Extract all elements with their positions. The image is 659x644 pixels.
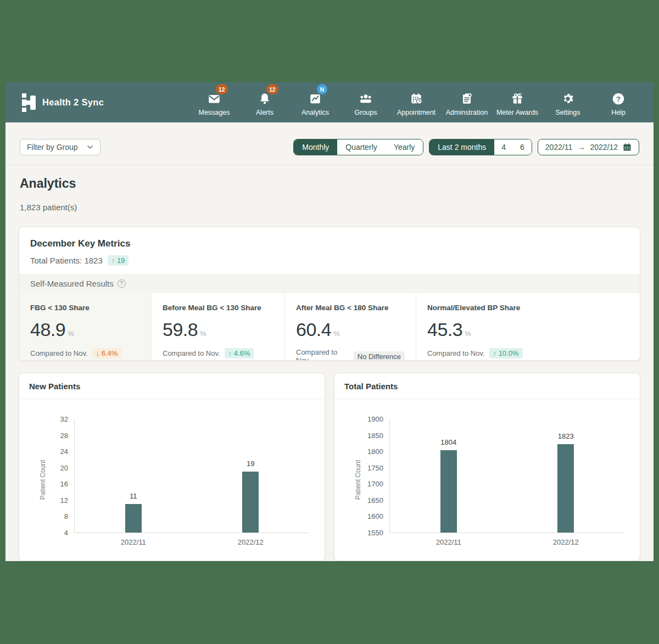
nav-item-groups[interactable]: Groups — [340, 88, 391, 116]
chart-title: New Patients — [29, 382, 80, 391]
chart-body: Patient Count 15501600165017001750180018… — [334, 399, 640, 561]
app-window: Health 2 Sync 12 Messages — [5, 82, 654, 561]
nav-item-label: Appointment — [397, 109, 435, 116]
plot-area: Patient Count 15501600165017001750180018… — [389, 419, 624, 533]
envelope-icon: 12 — [207, 88, 221, 106]
y-axis-title: Patient Count — [354, 460, 362, 500]
top-navbar: Health 2 Sync 12 Messages — [5, 82, 654, 122]
nav-item-settings[interactable]: Settings — [543, 88, 593, 116]
nav-item-label: Settings — [555, 109, 580, 116]
filter-bar: Filter by Group Monthly Quarterly Yearly… — [5, 122, 654, 165]
analytics-chart-icon: N — [308, 88, 322, 106]
page-background: Health 2 Sync 12 Messages — [0, 0, 659, 644]
nav-item-label: Messages — [199, 109, 230, 116]
nav-item-appointment[interactable]: Appointment — [391, 88, 442, 116]
total-patients-delta-badge: ↑ 19 — [108, 255, 129, 266]
metric-compare: Compared to Nov. ↑ 10.0% — [427, 348, 629, 359]
bar-value-label: 19 — [247, 460, 254, 468]
metric-cell-after-meal-bg[interactable]: After Meal BG < 180 Share 60.4% Compared… — [285, 293, 416, 361]
page-head: Analytics 1,823 patient(s) — [5, 165, 654, 227]
period-tabs: Monthly Quarterly Yearly — [293, 139, 423, 155]
metric-value: 59.8% — [163, 319, 273, 340]
y-tick-label: 1600 — [367, 512, 383, 520]
y-axis-title: Patient Count — [39, 460, 47, 500]
metric-value: 45.3% — [427, 319, 629, 340]
chart-header: New Patients — [19, 373, 325, 399]
y-tick-label: 1750 — [367, 463, 383, 472]
health2sync-logo-icon — [21, 93, 36, 113]
self-measured-results-strip: Self-Measured Results ? — [19, 274, 640, 293]
nav-items: 12 Messages 12 Alerts — [189, 88, 644, 116]
nav-item-alerts[interactable]: 12 Alerts — [239, 88, 290, 116]
y-tick-label: 1700 — [367, 480, 383, 488]
date-range-picker[interactable]: 2022/11 → 2022/12 — [538, 139, 639, 155]
people-icon — [359, 88, 373, 106]
y-tick-label: 1650 — [367, 496, 383, 504]
y-tick-label: 4 — [64, 529, 68, 537]
metric-delta-badge: ↑ 10.0% — [489, 348, 523, 359]
nav-item-messages[interactable]: 12 Messages — [189, 88, 239, 116]
metric-delta-badge: ↓ 6.4% — [92, 348, 122, 359]
brand-name: Health 2 Sync — [42, 97, 104, 108]
filter-right-controls: Monthly Quarterly Yearly Last 2 months 4… — [293, 139, 639, 155]
tab-4-months[interactable]: 4 — [494, 139, 513, 155]
metrics-grid: FBG < 130 Share 48.9% Compared to Nov. ↓… — [19, 293, 640, 361]
tab-monthly[interactable]: Monthly — [294, 139, 337, 155]
date-range-start: 2022/11 — [545, 143, 573, 152]
group-filter-select[interactable]: Filter by Group — [20, 139, 100, 155]
metric-label: FBG < 130 Share — [30, 304, 140, 312]
chart-bar[interactable] — [557, 444, 574, 533]
y-tick-label: 8 — [64, 512, 68, 520]
x-tick-label: 2022/12 — [238, 538, 264, 546]
messages-count-badge: 12 — [216, 84, 228, 94]
bar-value-label: 11 — [130, 492, 137, 500]
tab-6-months[interactable]: 6 — [513, 139, 532, 155]
bar-value-label: 1804 — [440, 438, 456, 446]
y-tick-label: 16 — [60, 480, 68, 488]
tab-quarterly[interactable]: Quarterly — [337, 139, 386, 155]
chevron-down-icon — [87, 144, 93, 150]
nav-item-adminstration[interactable]: Adminstration — [442, 88, 492, 116]
tab-last-2-months[interactable]: Last 2 months — [429, 139, 494, 155]
y-tick-label: 24 — [60, 447, 68, 456]
nav-item-label: Analytics — [301, 109, 329, 116]
nav-item-label: Meter Awards — [496, 109, 538, 116]
chart-bar[interactable] — [125, 504, 142, 533]
metric-value: 48.9% — [30, 319, 140, 340]
nav-item-help[interactable]: ? Help — [593, 88, 644, 116]
nav-item-analytics[interactable]: N Analytics — [290, 88, 340, 116]
bar-value-label: 1823 — [558, 432, 574, 440]
help-tooltip-icon[interactable]: ? — [118, 279, 126, 288]
y-tick-label: 32 — [60, 415, 68, 423]
x-tick-label: 2022/12 — [553, 538, 579, 546]
patient-count-subtitle: 1,823 patient(s) — [20, 203, 639, 212]
brand[interactable]: Health 2 Sync — [21, 93, 104, 113]
tab-yearly[interactable]: Yearly — [386, 139, 423, 155]
chart-bar[interactable] — [242, 472, 259, 533]
y-tick-label: 1550 — [367, 529, 383, 537]
metric-label: Before Meal BG < 130 Share — [163, 304, 273, 312]
total-patients-label: Total Patients: 1823 — [30, 256, 103, 265]
y-tick-label: 12 — [60, 496, 68, 504]
page-title: Analytics — [20, 176, 639, 191]
y-tick-label: 28 — [60, 431, 68, 439]
self-measured-results-label: Self-Measured Results — [30, 279, 114, 288]
gift-icon — [510, 88, 524, 106]
metric-cell-before-meal-bg[interactable]: Before Meal BG < 130 Share 59.8% Compare… — [152, 293, 285, 361]
bell-icon: 12 — [258, 88, 272, 106]
metric-value: 60.4% — [296, 319, 405, 340]
nav-item-meter-awards[interactable]: Meter Awards — [492, 88, 543, 116]
clipboard-plus-icon — [460, 88, 474, 106]
chart-body: Patient Count 48121620242832112022/11192… — [19, 399, 325, 561]
gear-icon — [561, 88, 575, 106]
range-tabs: Last 2 months 4 6 — [429, 139, 532, 155]
metric-cell-fbg[interactable]: FBG < 130 Share 48.9% Compared to Nov. ↓… — [19, 293, 152, 361]
key-metrics-card: December Key Metrics Total Patients: 182… — [19, 227, 640, 361]
metric-cell-bp[interactable]: Normal/Elevated BP Share 45.3% Compared … — [416, 293, 640, 361]
metric-label: After Meal BG < 180 Share — [296, 304, 405, 312]
x-tick-label: 2022/11 — [121, 538, 146, 546]
y-tick-label: 1800 — [367, 447, 383, 456]
metric-compare: Compared to Nov. ↓ 6.4% — [30, 348, 140, 359]
chart-bar[interactable] — [440, 450, 457, 533]
metric-delta-badge: No Difference — [354, 351, 405, 361]
